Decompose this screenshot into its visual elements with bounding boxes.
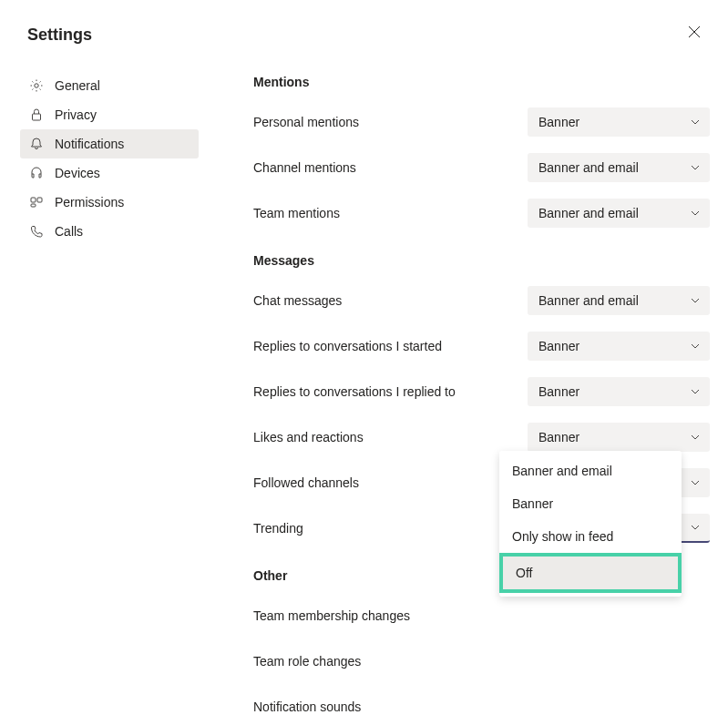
setting-row: Team membership changes [253,601,710,630]
sidebar-item-label: Devices [55,166,100,180]
dropdown-replies-started[interactable]: Banner [528,332,710,361]
setting-row: Likes and reactions Banner [253,423,710,452]
dropdown-value: Banner and email [538,293,639,308]
dropdown-option-banner-email[interactable]: Banner and email [499,454,682,487]
dropdown-value: Banner [538,430,579,444]
dropdown-option-off[interactable]: Off [499,553,682,593]
setting-row: Channel mentions Banner and email [253,153,710,182]
chevron-down-icon [690,208,701,219]
close-button[interactable] [686,26,702,42]
setting-label: Followed channels [253,475,359,490]
dropdown-personal-mentions[interactable]: Banner [528,107,710,137]
dropdown-team-mentions[interactable]: Banner and email [528,199,710,228]
chevron-down-icon [690,341,701,352]
dropdown-value: Banner [538,115,579,129]
svg-point-0 [35,84,38,87]
sidebar-item-label: General [55,78,100,93]
phone-icon [29,224,44,239]
settings-content: Mentions Personal mentions Banner Channe… [199,0,728,725]
bell-icon [29,137,44,151]
dropdown-channel-mentions[interactable]: Banner and email [528,153,710,182]
sidebar-item-general[interactable]: General [20,71,199,100]
svg-rect-1 [33,114,41,120]
setting-label: Chat messages [253,293,342,308]
setting-row: Chat messages Banner and email [253,286,710,315]
dropdown-likes-reactions[interactable]: Banner [528,423,710,452]
sidebar-item-label: Permissions [55,195,124,209]
sidebar-item-permissions[interactable]: Permissions [20,188,199,217]
sidebar: General Privacy Notifications Devices Pe… [0,0,199,725]
section-title-mentions: Mentions [253,75,710,89]
setting-label: Trending [253,521,303,536]
setting-label: Team role changes [253,654,361,669]
chevron-down-icon [690,432,701,443]
sidebar-item-devices[interactable]: Devices [20,158,199,188]
sidebar-item-notifications[interactable]: Notifications [20,129,199,158]
chevron-down-icon [690,386,701,397]
setting-label: Replies to conversations I replied to [253,384,456,399]
headset-icon [29,166,44,180]
dropdown-menu-trending: Banner and email Banner Only show in fee… [499,451,682,597]
chevron-down-icon [690,295,701,306]
gear-icon [29,78,44,93]
sidebar-item-calls[interactable]: Calls [20,217,199,246]
sidebar-item-label: Calls [55,224,83,239]
setting-label: Notification sounds [253,699,361,714]
dropdown-value: Banner [538,339,579,353]
setting-row: Team mentions Banner and email [253,199,710,228]
setting-label: Personal mentions [253,115,359,129]
sidebar-item-label: Privacy [55,107,97,122]
chevron-down-icon [690,522,701,533]
dropdown-option-banner[interactable]: Banner [499,487,682,520]
permissions-icon [29,195,44,209]
svg-rect-3 [37,198,42,202]
setting-row: Team role changes [253,647,710,676]
setting-row: Personal mentions Banner [253,107,710,137]
setting-label: Replies to conversations I started [253,339,442,353]
dropdown-option-feed[interactable]: Only show in feed [499,520,682,553]
dropdown-value: Banner and email [538,160,639,175]
setting-row: Notification sounds [253,692,710,721]
section-title-messages: Messages [253,253,710,268]
setting-label: Likes and reactions [253,430,364,444]
dropdown-value: Banner [538,384,579,399]
dropdown-chat-messages[interactable]: Banner and email [528,286,710,315]
chevron-down-icon [690,162,701,173]
svg-rect-4 [31,204,36,207]
setting-label: Team mentions [253,206,340,220]
setting-label: Team membership changes [253,608,410,623]
sidebar-item-label: Notifications [55,137,124,151]
setting-label: Channel mentions [253,160,356,175]
dropdown-value: Banner and email [538,206,639,220]
chevron-down-icon [690,477,701,488]
sidebar-item-privacy[interactable]: Privacy [20,100,199,129]
svg-rect-2 [31,198,36,202]
close-icon [688,26,701,42]
setting-row: Replies to conversations I replied to Ba… [253,377,710,406]
lock-icon [29,107,44,122]
setting-row: Replies to conversations I started Banne… [253,332,710,361]
chevron-down-icon [690,117,701,128]
dropdown-replies-replied[interactable]: Banner [528,377,710,406]
page-title: Settings [27,26,92,45]
